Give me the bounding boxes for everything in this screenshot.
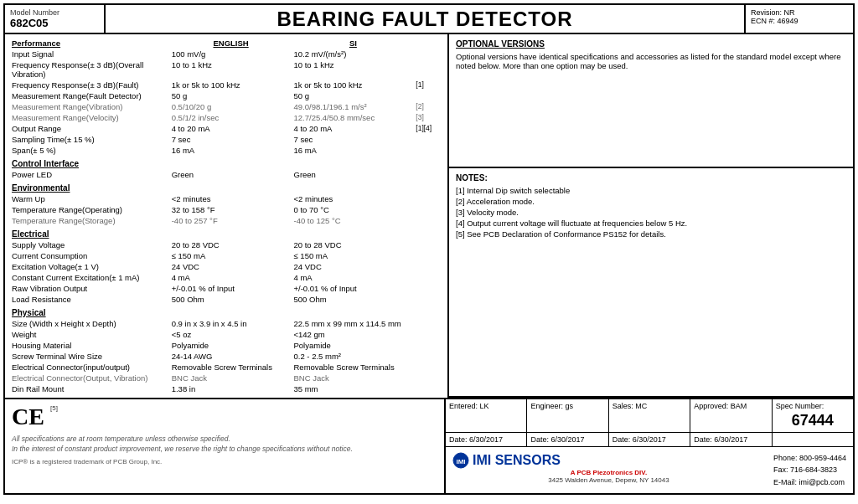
bottom-left: CE [5] All specifications are at room te… [5,399,446,493]
note-item-3: [3] Velocity mode. [456,208,846,217]
ce-note: [5] [50,404,58,412]
ce-area: CE [5] [12,404,437,431]
company-info: IMI IMI SENSORS A PCB Piezotronics DIV. … [446,447,853,493]
ce-mark: CE [12,404,45,431]
note-item-4: [4] Output current voltage will fluctuat… [456,219,846,228]
date-engineer: Date: 6/30/2017 [527,433,608,446]
company-name: IMI SENSORS [473,453,561,468]
company-email: E-Mail: imi@pcb.com [773,476,846,488]
svg-text:IMI: IMI [456,458,465,465]
bottom-right: Entered: LK Engineer: gs Sales: MC Appro… [446,399,853,493]
entered-cell: Entered: LK [446,399,527,432]
approval-date-grid: Date: 6/30/2017 Date: 6/30/2017 Date: 6/… [446,433,853,447]
trademark-text: ICP® is a registered trademark of PCB Gr… [12,458,437,465]
document-title: BEARING FAULT DETECTOR [106,5,744,33]
spec-number-label: Spec Number: [776,402,824,410]
date-spec [773,433,853,446]
company-phone: Phone: 800-959-4464 [773,452,846,464]
section-header-electrical: Electrical [10,226,442,239]
table-row: Screw Terminal Wire Size 24-14 AWG 0.2 -… [10,351,442,362]
disclaimer-text: All specifications are at room temperatu… [12,435,437,455]
table-row: Span(± 5 %) 16 mA 16 mA [10,145,442,156]
revision-block: Revision: NR ECN #: 46949 [744,5,853,33]
specs-table: Performance ENGLISH SI Input Signal 100 … [10,38,442,394]
main-content: Performance ENGLISH SI Input Signal 100 … [5,34,853,398]
table-row: Weight <5 oz <142 gm [10,329,442,340]
optional-versions-text: Optional versions have identical specifi… [456,52,846,70]
right-column: OPTIONAL VERSIONS Optional versions have… [449,34,853,398]
ecn-text: ECN #: 46949 [751,17,848,25]
table-row: Current Consumption ≤ 150 mA ≤ 150 mA [10,250,442,261]
title-text: BEARING FAULT DETECTOR [277,8,572,31]
model-number-value: 682C05 [10,17,99,29]
table-row: Excitation Voltage(± 1 V) 24 VDC 24 VDC [10,261,442,272]
approval-grid: Entered: LK Engineer: gs Sales: MC Appro… [446,399,853,433]
table-row: Size (Width x Height x Depth) 0.9 in x 3… [10,318,442,329]
date-entered: Date: 6/30/2017 [446,433,527,446]
note-item-5: [5] See PCB Declaration of Conformance P… [456,229,846,239]
table-row: Measurement Range(Fault Detector) 50 g 5… [10,90,442,101]
document-container: Model Number 682C05 BEARING FAULT DETECT… [3,3,855,495]
bottom-area: CE [5] All specifications are at room te… [5,398,853,493]
table-row: Electrical Connector(input/output) Remov… [10,362,442,373]
table-row: Housing Material Polyamide Polyamide [10,340,442,351]
imi-logo-icon: IMI [452,452,469,469]
optional-versions-title: OPTIONAL VERSIONS [456,39,846,49]
section-header-environmental: Environmental [10,180,442,193]
table-row: Warm Up <2 minutes <2 minutes [10,193,442,204]
english-header: ENGLISH [170,38,292,49]
header: Model Number 682C05 BEARING FAULT DETECT… [5,5,853,34]
table-row: Power LED Green Green [10,169,442,180]
date-sales: Date: 6/30/2017 [609,433,690,446]
engineer-cell: Engineer: gs [527,399,608,432]
table-row: Din Rail Mount 1.38 in 35 mm [10,383,442,394]
model-number-label: Model Number [10,8,99,17]
specs-column: Performance ENGLISH SI Input Signal 100 … [5,34,449,398]
table-row: Input Signal 100 mV/g 10.2 mV/(m/s²) [10,49,442,59]
table-row: Output Range 4 to 20 mA 4 to 20 mA [1][4… [10,123,442,134]
table-row: Temperature Range(Storage) -40 to 257 °F… [10,215,442,226]
date-approved: Date: 6/30/2017 [690,433,772,446]
table-row: Temperature Range(Operating) 32 to 158 °… [10,204,442,215]
approved-cell: Approved: BAM [690,399,772,432]
company-fax: Fax: 716-684-3823 [773,464,846,476]
section-header-control: Control Interface [10,156,442,169]
notes-section: NOTES: [1] Internal Dip switch selectabl… [449,168,853,398]
table-row: Constant Current Excitation(± 1 mA) 4 mA… [10,272,442,283]
table-row: Load Resistance 500 Ohm 500 Ohm [10,294,442,305]
company-contact: Phone: 800-959-4464 Fax: 716-684-3823 E-… [773,452,846,488]
notes-title: NOTES: [456,173,846,183]
company-division: A PCB Piezotronics DIV. [452,469,765,476]
si-header: SI [292,38,415,49]
column-headers: Performance ENGLISH SI [10,38,442,49]
spec-number-cell: Spec Number: 67444 [773,399,853,432]
revision-text: Revision: NR [751,8,848,17]
spec-number-value: 67444 [776,412,850,429]
table-row: Raw Vibration Output +/-0.01 % of Input … [10,283,442,294]
note-item-1: [1] Internal Dip switch selectable [456,186,846,195]
section-header-physical: Physical [10,305,442,318]
sales-cell: Sales: MC [609,399,690,432]
company-logo-area: IMI IMI SENSORS A PCB Piezotronics DIV. … [452,452,765,484]
table-row: Measurement Range(Velocity) 0.5/1/2 in/s… [10,112,442,123]
model-number-block: Model Number 682C05 [5,5,106,33]
table-row: Sampling Time(± 15 %) 7 sec 7 sec [10,134,442,145]
svg-text:CE: CE [12,404,44,429]
table-row: Frequency Response(± 3 dB)(Fault) 1k or … [10,80,442,90]
table-row: Frequency Response(± 3 dB)(Overall Vibra… [10,59,442,80]
table-row: Electrical Connector(Output, Vibration) … [10,373,442,383]
table-row: Supply Voltage 20 to 28 VDC 20 to 28 VDC [10,239,442,250]
table-row: Measurement Range(Vibration) 0.5/10/20 g… [10,101,442,112]
note-item-2: [2] Acceleration mode. [456,197,846,206]
company-address: 3425 Walden Avenue, Depew, NY 14043 [452,476,765,484]
perf-header: Performance [10,38,170,49]
optional-versions-section: OPTIONAL VERSIONS Optional versions have… [449,34,853,168]
